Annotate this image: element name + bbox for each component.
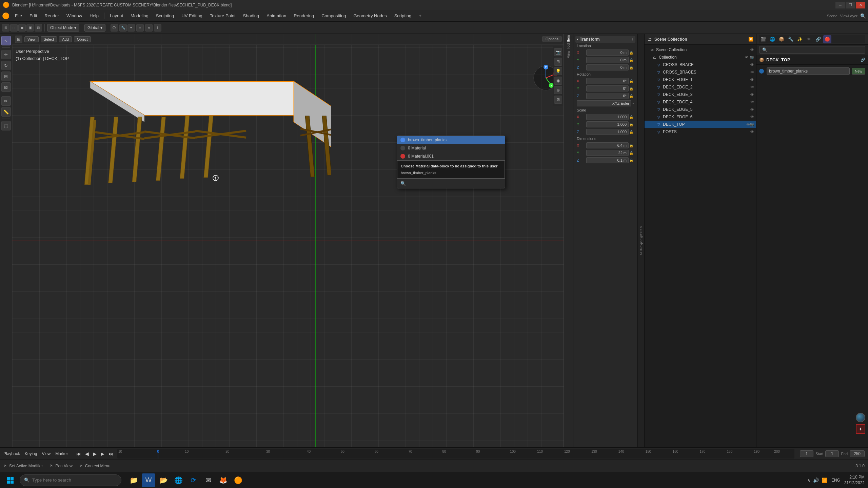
rot-z-value[interactable]: 0°: [586, 93, 629, 99]
loc-y-value[interactable]: 0 m: [586, 57, 629, 63]
icon-btn-1[interactable]: ⊞: [2, 24, 9, 32]
de5-eye-icon[interactable]: 👁: [750, 107, 754, 111]
icon-btn-2[interactable]: ◻: [10, 24, 18, 32]
taskbar-app-chrome[interactable]: 🌐: [172, 473, 185, 487]
taskbar-app-mail[interactable]: ✉: [201, 473, 215, 487]
menu-file[interactable]: File: [12, 12, 25, 20]
measure-tool[interactable]: 📏: [1, 107, 11, 117]
loc-z-lock-icon[interactable]: 🔒: [629, 66, 634, 69]
dim-z-lock-icon[interactable]: 🔒: [629, 159, 634, 162]
object-menu[interactable]: Object: [74, 36, 91, 42]
loc-x-value[interactable]: 0 m: [586, 49, 629, 56]
collection-eye-icon[interactable]: 👁: [745, 55, 749, 59]
material-name-field[interactable]: brown_timber_planks: [767, 67, 850, 75]
icon-btn-5[interactable]: ⊡: [35, 24, 42, 32]
add-cube-tool[interactable]: ⬚: [1, 121, 11, 130]
props-modifier-icon[interactable]: 🔧: [787, 35, 795, 43]
outliner-deck-edge-1[interactable]: ▽ DECK_EDGE_1 👁: [645, 76, 756, 83]
view-tab[interactable]: View: [567, 51, 570, 58]
workspace-modeling[interactable]: Modeling: [127, 12, 152, 20]
scale-x-lock-icon[interactable]: 🔒: [629, 115, 634, 119]
icon-btn-3[interactable]: ◼: [18, 24, 26, 32]
loc-z-value[interactable]: 0 m: [586, 64, 629, 70]
dt-camera-icon[interactable]: 📷: [750, 123, 754, 126]
workspace-layout[interactable]: Layout: [106, 12, 126, 20]
current-frame-input[interactable]: [800, 450, 813, 457]
tool-tab[interactable]: Tool: [567, 43, 570, 49]
next-frame-btn[interactable]: ▶: [99, 450, 106, 457]
proportional-dropdown[interactable]: ≋: [145, 24, 153, 32]
jump-end-btn[interactable]: ⏭: [107, 450, 115, 457]
outliner-scene-collection[interactable]: 🗂 Scene Collection 👁: [645, 46, 756, 54]
add-menu[interactable]: Add: [59, 36, 72, 42]
dropdown-item-0mat001[interactable]: 0 Material.001: [397, 152, 505, 160]
outliner-posts[interactable]: ▽ POSTS 👁: [645, 128, 756, 136]
snap-dropdown[interactable]: ▾: [127, 24, 135, 32]
collection-camera-icon[interactable]: 📷: [750, 56, 754, 59]
props-material-icon[interactable]: 🔴: [823, 35, 831, 43]
jump-start-btn[interactable]: ⏮: [75, 450, 82, 457]
rot-y-value[interactable]: 0°: [586, 85, 629, 92]
loc-y-lock-icon[interactable]: 🔒: [629, 58, 634, 62]
rot-z-lock-icon[interactable]: 🔒: [629, 94, 634, 98]
workspace-texture-paint[interactable]: Texture Paint: [206, 12, 239, 20]
scale-z-value[interactable]: 1.000: [586, 129, 629, 135]
outliner-deck-edge-6[interactable]: ▽ DECK_EDGE_6 👁: [645, 113, 756, 121]
viewport-xray-icon[interactable]: ⊠: [554, 96, 562, 104]
dim-y-value[interactable]: 22 m: [586, 150, 629, 156]
clock[interactable]: 2:10 PM 31/12/2022: [844, 474, 865, 486]
rot-x-lock-icon[interactable]: 🔒: [629, 79, 634, 83]
minimize-button[interactable]: ─: [835, 2, 845, 8]
outliner-cross-braces[interactable]: ▽ CROSS_BRACES 👁: [645, 68, 756, 76]
marker-label[interactable]: Marker: [55, 451, 68, 456]
search-bar[interactable]: 🔍: [20, 474, 121, 486]
maximize-button[interactable]: ☐: [846, 2, 855, 8]
search-input[interactable]: [32, 477, 117, 483]
menu-render[interactable]: Render: [41, 12, 62, 20]
viewport-camera-icon[interactable]: 📷: [554, 48, 562, 56]
workspace-uv-editing[interactable]: UV Editing: [178, 12, 205, 20]
play-btn[interactable]: ▶: [92, 450, 98, 457]
outliner-filter-icon[interactable]: 🔽: [748, 37, 753, 42]
start-frame-input[interactable]: [825, 450, 839, 457]
icon-btn-4[interactable]: ▣: [26, 24, 34, 32]
scale-x-value[interactable]: 1.000: [586, 114, 629, 120]
cb-eye-icon[interactable]: 👁: [750, 63, 754, 67]
keying-label[interactable]: Keying: [25, 451, 37, 456]
view-label-timeline[interactable]: View: [42, 451, 51, 456]
viewport[interactable]: ⊞ View Select Add Object Options User Pe…: [12, 34, 564, 447]
options-button[interactable]: Options: [542, 36, 561, 42]
prev-frame-btn[interactable]: ◀: [84, 450, 90, 457]
workspace-rendering[interactable]: Rendering: [290, 12, 317, 20]
outliner-deck-edge-4[interactable]: ▽ DECK_EDGE_4 👁: [645, 98, 756, 106]
de6-eye-icon[interactable]: 👁: [750, 115, 754, 119]
scene-eye-icon[interactable]: 👁: [750, 48, 754, 52]
posts-eye-icon[interactable]: 👁: [750, 130, 754, 134]
link-icon[interactable]: 🔗: [861, 58, 865, 62]
close-button[interactable]: ✕: [856, 2, 865, 8]
outliner-cross-brace[interactable]: ▽ CROSS_BRACE 👁: [645, 61, 756, 68]
menu-help[interactable]: Help: [86, 12, 102, 20]
taskbar-app-edge[interactable]: ⟳: [186, 473, 200, 487]
outliner-deck-edge-5[interactable]: ▽ DECK_EDGE_5 👁: [645, 106, 756, 113]
windows-start-button[interactable]: [3, 473, 17, 487]
taskbar-app-word[interactable]: W: [142, 473, 155, 487]
dim-y-lock-icon[interactable]: 🔒: [629, 151, 634, 155]
props-scene-icon[interactable]: 🎬: [759, 35, 767, 43]
pivot-btn[interactable]: ⊙: [111, 24, 118, 32]
dim-x-lock-icon[interactable]: 🔒: [629, 144, 634, 147]
workspace-geometry-nodes[interactable]: Geometry Nodes: [350, 12, 390, 20]
outliner-deck-top[interactable]: ▽ DECK_TOP 👁 📷: [645, 121, 756, 128]
props-object-icon[interactable]: 📦: [777, 35, 786, 43]
item-tab[interactable]: Item: [567, 35, 570, 42]
view-menu[interactable]: View: [24, 36, 39, 42]
workspace-animation[interactable]: Animation: [263, 12, 290, 20]
timeline-numbers[interactable]: -10 0 10 20 30 40 50 60 70 80 90 100 110…: [117, 449, 795, 459]
snap-icon[interactable]: 🔧: [119, 24, 127, 32]
playback-label[interactable]: Playback: [3, 451, 20, 456]
scale-tool[interactable]: ⊞: [1, 72, 11, 81]
global-dropdown[interactable]: Global ▾: [84, 24, 105, 32]
search-icon[interactable]: 🔍: [860, 13, 866, 19]
taskbar-app-firefox[interactable]: 🦊: [216, 473, 230, 487]
speaker-icon[interactable]: 🔊: [813, 477, 819, 483]
